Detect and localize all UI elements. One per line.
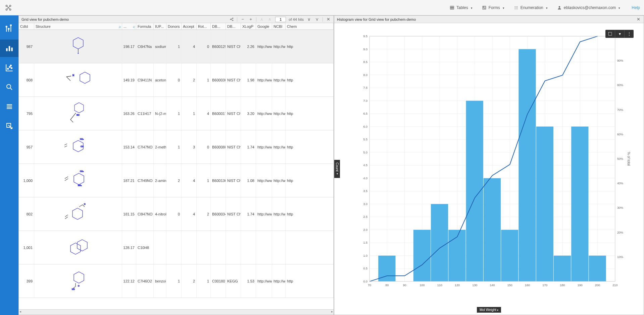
horizontal-scrollbar[interactable] [19, 309, 334, 315]
rail-btn-search[interactable] [0, 78, 18, 96]
svg-text:5.5: 5.5 [363, 138, 368, 141]
cell-db1 [211, 231, 226, 264]
cell-formula: C6H7Na [136, 30, 154, 63]
col-chem[interactable]: Chem [286, 23, 334, 29]
histogram-panel: Histogram view for Grid view for pubchem… [334, 15, 644, 315]
cell-mw: 181.15 [122, 197, 136, 231]
cell-rot: 2 [197, 197, 211, 231]
tables-menu[interactable]: Tables [445, 5, 477, 10]
grid-icon [514, 5, 518, 10]
col-xlogp[interactable]: XLogP [241, 23, 256, 29]
x-axis-label[interactable]: Mol Weight [477, 307, 501, 313]
molecule-structure-icon: N [63, 65, 93, 95]
search-icon[interactable]: ⌕ [119, 24, 121, 28]
col-db1[interactable]: DB... [211, 23, 226, 29]
cell-db1: B600017 [211, 97, 226, 130]
svg-text:30%: 30% [617, 206, 623, 209]
col-ncbi[interactable]: NCBI [272, 23, 286, 29]
svg-rect-135 [589, 256, 606, 281]
y-axis-label[interactable]: Count [334, 160, 340, 178]
svg-text:% of total: % of total [627, 152, 630, 166]
prev-page-icon[interactable]: ∧ [267, 17, 273, 22]
col-formula[interactable]: Formula [136, 23, 154, 29]
forms-menu[interactable]: Forms [477, 5, 509, 10]
search-icon[interactable]: ⌕ [133, 24, 135, 28]
grid-panel-header: Grid view for pubchem-demo − + ⋏ ∧ of 44… [19, 16, 334, 23]
svg-text:N: N [72, 74, 74, 76]
svg-point-23 [7, 68, 8, 69]
zoom-in-icon[interactable]: + [248, 17, 253, 22]
rail-btn-overview[interactable] [0, 20, 18, 38]
user-menu[interactable]: eblaskovics@chemaxon.com [552, 5, 625, 10]
cell-rot: 0 [197, 130, 211, 164]
select-tool-icon[interactable] [605, 30, 615, 38]
chart-tool-dropdown-icon[interactable]: ▾ [615, 30, 624, 38]
rail-btn-scatter[interactable] [0, 59, 18, 76]
cell-cdid: 1,001 [19, 231, 34, 264]
svg-rect-4 [450, 6, 454, 9]
cell-cdid: 795 [19, 97, 34, 130]
cell-ncbi: http://ww [272, 264, 286, 298]
cell-ncbi: http://ww [272, 97, 286, 130]
col-db2[interactable]: DB... [226, 23, 241, 29]
zoom-out-icon[interactable]: − [240, 17, 245, 22]
cell-mw: 128.17 [122, 231, 136, 264]
svg-point-27 [7, 84, 11, 88]
col-accept[interactable]: Accept [182, 23, 197, 29]
svg-text:170: 170 [542, 284, 547, 287]
col-donors[interactable]: Donors [166, 23, 182, 29]
svg-text:O: O [78, 285, 80, 287]
close-panel-icon[interactable]: ✕ [636, 17, 641, 22]
chart-toolbar: ▾ ⋮ [605, 30, 634, 38]
table-row[interactable]: 399HOO122.12C7H6O2benzoic121C00180KEGG1.… [19, 264, 334, 298]
table-row[interactable]: 987198.17C6H7Nasodium s140B600125NIST Ch… [19, 30, 334, 63]
table-row[interactable]: 1,000CH₃NH₂187.21C7H9NO2-amino241B600136… [19, 164, 334, 197]
cell-xlogp: 1.74 [241, 130, 256, 164]
svg-text:2.5: 2.5 [363, 215, 368, 218]
table-row[interactable]: 802O181.15C8H7NO4-nitrobe042B600034NIST … [19, 197, 334, 231]
next-page-icon[interactable]: ∨ [306, 17, 312, 22]
svg-text:40%: 40% [617, 182, 623, 185]
last-page-icon[interactable]: ⋎ [314, 17, 320, 22]
cell-chem: http [286, 30, 334, 63]
svg-text:80: 80 [385, 284, 389, 287]
help-link[interactable]: Help [632, 5, 640, 10]
svg-point-2 [6, 9, 7, 10]
svg-text:0.5: 0.5 [363, 267, 368, 270]
table-row[interactable]: 795NH163.26C11H17N-(2-me114B600017NIST C… [19, 97, 334, 130]
enumeration-menu[interactable]: Enumeration [509, 5, 552, 10]
share-icon[interactable] [229, 17, 234, 22]
col-iupac[interactable]: IUP... [154, 23, 166, 29]
svg-point-18 [8, 28, 9, 29]
table-row[interactable]: 808N149.19C9H11Nacetonitr021B600038NIST … [19, 63, 334, 97]
rail-btn-histogram[interactable] [0, 40, 18, 57]
table-row[interactable]: 1,001128.17C10H8 [19, 231, 334, 264]
page-input[interactable] [275, 17, 286, 22]
rail-btn-list[interactable] [0, 98, 18, 115]
svg-text:1.5: 1.5 [363, 241, 368, 244]
cell-structure: O [34, 197, 122, 231]
rail-btn-copy[interactable] [0, 117, 18, 135]
cell-iupac: sodium s [154, 30, 166, 63]
col-structure[interactable]: Structure⌕ [34, 23, 122, 29]
svg-point-8 [516, 6, 516, 7]
col-cdid[interactable]: CdId [19, 23, 34, 29]
svg-text:8.0: 8.0 [363, 73, 368, 77]
chart-more-icon[interactable]: ⋮ [624, 30, 634, 38]
molecule-structure-icon [63, 233, 93, 263]
close-panel-icon[interactable]: ✕ [326, 17, 331, 22]
table-row[interactable]: 957CH₃OH153.14C7H7NO2-methy130B600088NIS… [19, 130, 334, 164]
cell-xlogp: 2.26 [241, 30, 256, 63]
histogram-chart[interactable]: 0.00.51.01.52.02.53.03.54.04.55.05.56.06… [354, 30, 630, 298]
col-blank[interactable]: ...⌕ [122, 23, 136, 29]
cell-cdid: 808 [19, 63, 34, 97]
cell-cdid: 987 [19, 30, 34, 63]
cell-formula: C8H7NO [136, 197, 154, 231]
first-page-icon[interactable]: ⋏ [259, 17, 264, 22]
cell-google: http://ww [256, 63, 272, 97]
grid-body[interactable]: 987198.17C6H7Nasodium s140B600125NIST Ch… [19, 30, 334, 309]
col-rot[interactable]: Rot... [197, 23, 211, 29]
svg-text:180: 180 [560, 284, 565, 287]
col-google[interactable]: Google [256, 23, 272, 29]
cell-iupac: 2-amino [154, 164, 166, 197]
